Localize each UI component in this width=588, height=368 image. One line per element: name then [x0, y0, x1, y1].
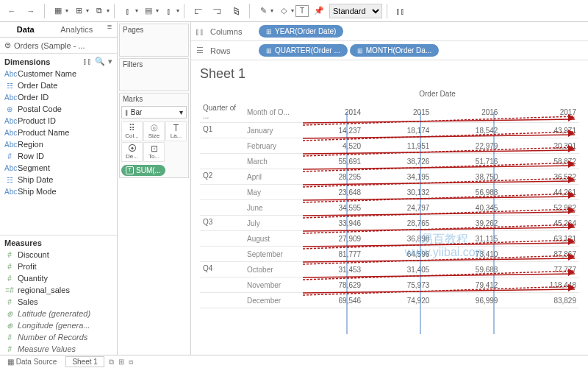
month-cell: April: [244, 169, 295, 185]
field-item[interactable]: #Number of Records: [0, 331, 117, 343]
value-cell: 52,982: [501, 200, 579, 216]
quarter-cell: [200, 293, 244, 308]
pages-card[interactable]: Pages: [119, 24, 189, 57]
data-pane-menu-icon[interactable]: ≡: [102, 22, 117, 37]
sum-pill[interactable]: SUM(...: [121, 165, 165, 176]
field-item[interactable]: ☷Ship Date: [0, 174, 117, 185]
marks-cell[interactable]: ⦾Size: [143, 121, 165, 141]
columns-shelf[interactable]: ⫿⫿ Columns ⊞YEAR(Order Date): [191, 22, 588, 41]
dimensions-header: Dimensions: [4, 57, 50, 66]
menu-caret-icon[interactable]: ▾: [108, 57, 112, 66]
new-dashboard-icon[interactable]: ⊞: [118, 358, 124, 366]
value-cell: 20,301: [501, 138, 579, 154]
rows-shelf[interactable]: ☰ Rows ⊞QUARTER(Order ... ⊞MONTH(Order D…: [191, 41, 588, 60]
tab-data-source[interactable]: ▦ Data Source: [3, 357, 61, 367]
field-type-icon: #: [4, 251, 15, 259]
month-cell: May: [244, 185, 295, 200]
new-story-icon[interactable]: ⧈: [129, 358, 133, 367]
field-label: Order ID: [18, 93, 49, 102]
marks-cell[interactable]: ⠿Col...: [121, 121, 143, 141]
new-worksheet-button[interactable]: ⧉▾: [90, 2, 110, 20]
field-item[interactable]: AbcCustomer Name: [0, 68, 117, 79]
field-item[interactable]: AbcOrder ID: [0, 91, 117, 103]
field-item[interactable]: ⊕Latitude (generated): [0, 308, 117, 319]
marks-cell[interactable]: TLa...: [165, 121, 187, 141]
field-item[interactable]: ☷Order Date: [0, 79, 117, 91]
view-toggle-icon[interactable]: ⫿⫿: [83, 57, 92, 66]
field-label: Sales: [18, 297, 38, 306]
field-label: Row ID: [18, 152, 44, 160]
group-button[interactable]: ⫍: [189, 2, 207, 20]
quarter-cell: Q3: [200, 216, 244, 231]
sort-desc-button[interactable]: ⫿▾: [160, 2, 179, 20]
tab-analytics[interactable]: Analytics: [51, 22, 103, 37]
tab-sheet[interactable]: Sheet 1: [65, 356, 104, 367]
back-button[interactable]: ←: [3, 2, 21, 20]
filters-card[interactable]: Filters: [119, 58, 189, 91]
month-cell: September: [244, 247, 295, 262]
datasource-row[interactable]: ⊜ Orders (Sample - ...: [0, 38, 117, 54]
field-item[interactable]: AbcProduct Name: [0, 127, 117, 138]
value-cell: 14,237: [295, 123, 364, 138]
new-datasource-button[interactable]: ⊞▾: [70, 2, 89, 20]
table-row: Q2April28,29534,19538,75036,522: [200, 169, 579, 185]
field-item[interactable]: #Discount: [0, 249, 117, 261]
table-row: August27,90936,89831,11563,121: [200, 231, 579, 247]
value-cell: 51,716: [432, 154, 501, 169]
annotate-button[interactable]: ◇▾: [275, 2, 294, 20]
field-label: Number of Records: [18, 333, 87, 342]
field-pill[interactable]: ⊞MONTH(Order Da...: [350, 44, 439, 57]
field-item[interactable]: ⊕Postal Code: [0, 103, 117, 115]
value-cell: 55,691: [295, 154, 364, 169]
value-cell: 56,988: [432, 185, 501, 200]
value-cell: 77,777: [501, 262, 579, 277]
field-item[interactable]: #Row ID: [0, 150, 117, 162]
field-type-icon: Abc: [4, 164, 15, 172]
field-item[interactable]: #Measure Values: [0, 343, 117, 355]
new-worksheet-icon[interactable]: ⧉: [109, 358, 114, 367]
field-item[interactable]: AbcRegion: [0, 138, 117, 150]
field-item[interactable]: AbcShip Mode: [0, 185, 117, 197]
value-cell: 30,132: [364, 185, 432, 200]
worksheet-view: ⫿⫿ Columns ⊞YEAR(Order Date) ☰ Rows ⊞QUA…: [191, 22, 588, 355]
value-cell: 11,951: [364, 138, 432, 154]
show-me-button[interactable]: ⫿⫿: [392, 2, 409, 20]
marks-cell[interactable]: ⦿De...: [121, 142, 143, 162]
field-type-icon: ☷: [4, 82, 15, 90]
field-label: regional_sales: [18, 286, 70, 294]
marks-cell-icon: T: [166, 124, 186, 132]
fit-select[interactable]: Standard: [329, 4, 382, 18]
field-item[interactable]: #Profit: [0, 261, 117, 272]
field-item[interactable]: AbcProduct ID: [0, 115, 117, 127]
field-item[interactable]: AbcSegment: [0, 162, 117, 174]
swap-button[interactable]: ⫿▾: [119, 2, 138, 20]
sort-asc-button[interactable]: ▤▾: [140, 2, 159, 20]
text-button[interactable]: T: [295, 5, 309, 17]
highlight-button[interactable]: ✎▾: [254, 2, 273, 20]
mark-type-select[interactable]: ⫿ Bar▾: [121, 106, 187, 118]
field-item[interactable]: #Sales: [0, 296, 117, 308]
value-cell: 34,595: [295, 200, 364, 216]
field-pill[interactable]: ⊞YEAR(Order Date): [259, 25, 343, 38]
year-header: 2015: [364, 102, 432, 123]
field-item[interactable]: =#regional_sales: [0, 284, 117, 296]
table-row: November78,62975,97379,412118,448: [200, 277, 579, 293]
totals-button[interactable]: ⧎: [227, 2, 245, 20]
pin-button[interactable]: 📌: [310, 2, 328, 20]
save-button[interactable]: ▦▾: [49, 2, 68, 20]
ungroup-button[interactable]: ⫎: [208, 2, 226, 20]
dimensions-list: AbcCustomer Name☷Order DateAbcOrder ID⊕P…: [0, 68, 117, 235]
sheet-title[interactable]: Sheet 1: [200, 66, 579, 82]
value-cell: 34,195: [364, 169, 432, 185]
year-header: 2017: [501, 102, 579, 123]
value-cell: 44,261: [501, 185, 579, 200]
search-icon[interactable]: 🔍: [95, 57, 105, 66]
field-type-icon: #: [4, 152, 15, 160]
field-item[interactable]: #Quantity: [0, 272, 117, 284]
quarter-cell: Q4: [200, 262, 244, 277]
forward-button[interactable]: →: [22, 2, 40, 20]
tab-data[interactable]: Data: [0, 22, 51, 37]
marks-cell[interactable]: ⊡To...: [143, 142, 165, 162]
field-pill[interactable]: ⊞QUARTER(Order ...: [259, 44, 348, 57]
field-item[interactable]: ⊕Longitude (genera...: [0, 319, 117, 331]
